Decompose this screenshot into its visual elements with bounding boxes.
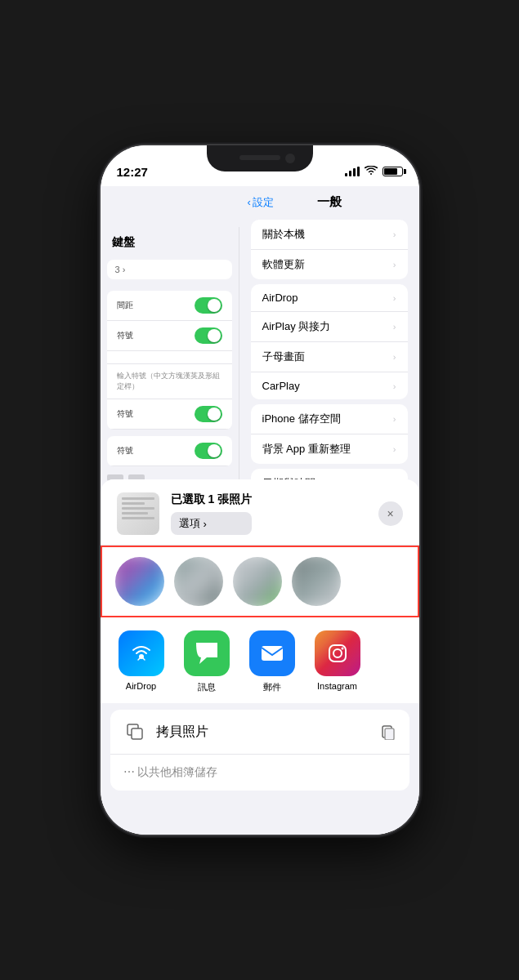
share-app-airdrop[interactable]: AirDrop — [117, 630, 166, 693]
mail-label: 郵件 — [263, 681, 281, 693]
chevron-right-icon: › — [393, 414, 396, 424]
wifi-icon — [365, 166, 378, 178]
left-toggle-list-2: 符號 — [107, 436, 232, 466]
copy-doc-icon — [380, 724, 396, 740]
svg-point-3 — [333, 649, 342, 657]
settings-group-1: 關於本機 › 軟體更新 › — [251, 220, 408, 279]
settings-item[interactable]: iPhone 儲存空間 › — [251, 404, 408, 434]
settings-item[interactable]: CarPlay › — [251, 372, 408, 399]
speaker — [239, 155, 280, 160]
avatar — [115, 557, 164, 606]
toggle-item: 間距 — [107, 291, 232, 321]
status-icons — [345, 166, 403, 178]
copy-photo-action[interactable]: 拷貝照片 — [110, 710, 409, 755]
toggle-item: 符號 — [107, 321, 232, 351]
toggle-switch[interactable] — [195, 297, 222, 314]
settings-item[interactable]: 關於本機 › — [251, 220, 408, 250]
instagram-label: Instagram — [317, 681, 357, 691]
people-suggestions-row — [102, 547, 418, 616]
battery-icon — [383, 167, 403, 176]
phone-screen: 12:27 — [101, 145, 419, 835]
settings-back-button[interactable]: ‹ 設定 — [248, 195, 274, 210]
left-number: 3 › — [107, 260, 232, 279]
left-panel-title: 鍵盤 — [101, 227, 239, 255]
share-app-instagram[interactable]: Instagram — [313, 630, 362, 693]
person-suggestion[interactable] — [174, 557, 223, 606]
avatar — [174, 557, 223, 606]
settings-item[interactable]: 軟體更新 › — [251, 250, 408, 279]
svg-point-4 — [341, 648, 343, 650]
toggle-switch[interactable] — [195, 443, 222, 459]
settings-item[interactable]: 子母畫面 › — [251, 342, 408, 372]
chevron-right-icon: › — [393, 381, 396, 391]
avatar — [292, 557, 341, 606]
status-time: 12:27 — [117, 165, 148, 179]
settings-item[interactable]: AirDrop › — [251, 284, 408, 312]
chevron-right-icon: › — [393, 260, 396, 270]
signal-icon — [345, 167, 360, 176]
camera — [285, 154, 295, 163]
settings-nav: ‹ 設定 一般 — [239, 186, 419, 215]
person-suggestion[interactable] — [292, 557, 341, 606]
settings-item[interactable]: AirPlay 與接力 › — [251, 312, 408, 342]
messages-label: 訊息 — [198, 681, 216, 693]
copy-photo-label: 拷貝照片 — [156, 724, 208, 741]
person-suggestion[interactable] — [115, 557, 164, 606]
settings-group-3: iPhone 儲存空間 › 背景 App 重新整理 › — [251, 404, 408, 464]
toggle-item: 符號 — [107, 399, 232, 430]
chevron-right-icon: › — [393, 293, 396, 303]
share-app-mail[interactable]: 郵件 — [248, 630, 297, 693]
chevron-right-icon: › — [393, 322, 396, 332]
svg-rect-1 — [262, 646, 283, 661]
phone-frame: 12:27 — [101, 145, 419, 835]
bottom-safe-area — [101, 794, 419, 835]
chevron-right-icon: › — [393, 444, 396, 454]
share-app-messages[interactable]: 訊息 — [182, 630, 231, 693]
messages-app-icon — [184, 630, 230, 676]
chevron-right-icon: › — [393, 352, 396, 362]
copy-icon — [123, 720, 146, 743]
svg-rect-5 — [132, 728, 142, 739]
person-suggestion[interactable] — [233, 557, 282, 606]
avatar — [233, 557, 282, 606]
instagram-app-icon — [315, 630, 360, 676]
left-toggle-list: 間距 符號 輸入特號（中文方塊漢英及形組定桿） 符號 — [107, 291, 232, 430]
settings-page-title: 一般 — [317, 194, 342, 210]
settings-item[interactable]: 背景 App 重新整理 › — [251, 434, 408, 464]
chevron-right-icon: › — [393, 229, 396, 239]
more-action[interactable]: ⋯ 以共他相簿儲存 — [110, 755, 409, 791]
airdrop-label: AirDrop — [126, 681, 156, 691]
toggle-item: 符號 — [107, 436, 232, 466]
share-sheet: 已選取 1 張照片 選項 › × — [101, 479, 419, 835]
action-list: 拷貝照片 ⋯ 以共他相簿儲存 — [110, 710, 409, 791]
toggle-switch[interactable] — [195, 406, 222, 422]
toggle-switch[interactable] — [195, 327, 222, 344]
people-suggestions-wrapper — [101, 546, 419, 617]
share-header: 已選取 1 張照片 選項 › × — [101, 479, 419, 546]
notch — [207, 145, 313, 172]
options-button[interactable]: 選項 › — [171, 512, 253, 535]
svg-rect-7 — [385, 728, 394, 740]
selected-photo-thumbnail — [117, 492, 159, 535]
share-count-text: 已選取 1 張照片 — [171, 492, 253, 507]
app-share-row: AirDrop 訊息 — [101, 617, 419, 703]
more-action-label: ⋯ 以共他相簿儲存 — [123, 765, 218, 780]
airdrop-app-icon — [119, 630, 164, 676]
settings-group-2: AirDrop › AirPlay 與接力 › 子母畫面 › CarPlay › — [251, 284, 408, 399]
toggle-item: 輸入特號（中文方塊漢英及形組定桿） — [107, 364, 232, 399]
mail-app-icon — [249, 630, 295, 676]
share-close-button[interactable]: × — [378, 501, 403, 526]
